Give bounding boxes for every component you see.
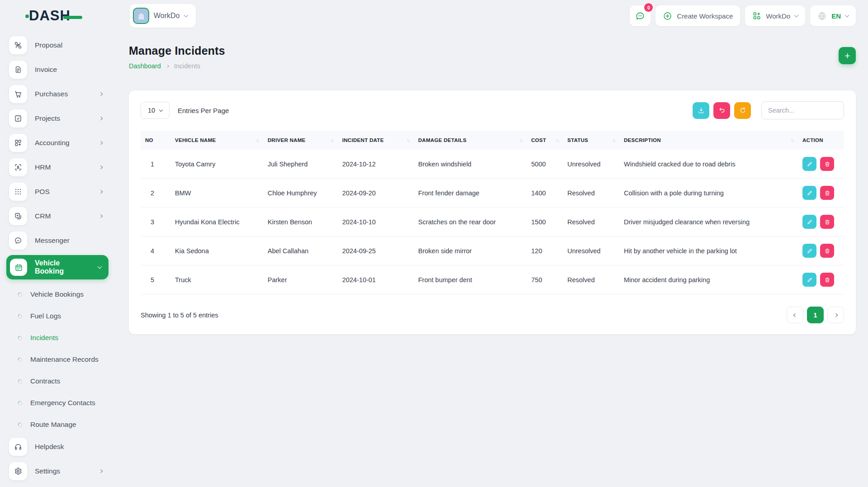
- sort-icon[interactable]: [791, 138, 793, 143]
- sort-icon[interactable]: [406, 138, 409, 143]
- previous-page-button[interactable]: [787, 307, 803, 323]
- delete-button[interactable]: [820, 157, 834, 171]
- table-body: 1 Toyota Camry Juli Shepherd 2024-10-12 …: [141, 150, 844, 294]
- cell-driver-name: Abel Callahan: [263, 236, 338, 265]
- chevron-down-icon: [184, 13, 188, 18]
- sort-icon[interactable]: [519, 138, 522, 143]
- sidebar-item-accounting[interactable]: Accounting: [6, 133, 108, 153]
- edit-button[interactable]: [802, 215, 816, 229]
- cell-incident-date: 2024-09-25: [338, 236, 414, 265]
- trash-icon: [824, 190, 830, 196]
- app-logo[interactable]: DASH: [29, 8, 82, 24]
- reset-button[interactable]: [713, 102, 730, 119]
- cell-status: Unresolved: [563, 150, 619, 179]
- bullet-icon: [17, 378, 23, 384]
- create-workspace-button[interactable]: Create Workspace: [656, 5, 740, 26]
- sort-icon[interactable]: [556, 138, 558, 143]
- workspace-dropdown[interactable]: WorkDo: [745, 5, 805, 26]
- sidebar-item-label: CRM: [35, 212, 92, 220]
- sidebar-item-crm[interactable]: CRM: [6, 206, 108, 226]
- cell-driver-name: Kirsten Benson: [263, 208, 338, 236]
- language-selector[interactable]: EN: [810, 5, 856, 26]
- column-header[interactable]: INCIDENT DATE: [338, 131, 414, 150]
- cell-no: 2: [141, 179, 170, 208]
- edit-button[interactable]: [802, 157, 816, 171]
- column-header[interactable]: COST: [527, 131, 563, 150]
- submenu-item[interactable]: Route Manage: [6, 415, 108, 434]
- cell-description: Hit by another vehicle in the parking lo…: [619, 236, 798, 265]
- column-header[interactable]: NO: [141, 131, 170, 150]
- pencil-icon: [807, 219, 813, 225]
- column-header[interactable]: VEHICLE NAME: [170, 131, 263, 150]
- bullet-icon: [17, 400, 23, 406]
- refresh-button[interactable]: [734, 102, 751, 119]
- trash-icon: [824, 219, 830, 225]
- sort-icon[interactable]: [612, 138, 615, 143]
- breadcrumb-dashboard-link[interactable]: Dashboard: [129, 62, 161, 70]
- submenu-item-label: Maintenance Records: [30, 355, 99, 364]
- submenu-item[interactable]: Maintenance Records: [6, 350, 108, 369]
- submenu-item[interactable]: Incidents: [6, 328, 108, 347]
- edit-button[interactable]: [802, 244, 816, 258]
- page-number-button[interactable]: 1: [807, 307, 824, 323]
- edit-button[interactable]: [802, 273, 816, 287]
- cell-description: Windshield cracked due to road debris: [619, 150, 798, 179]
- plus-icon: [844, 52, 851, 60]
- delete-button[interactable]: [820, 244, 834, 258]
- cell-incident-date: 2024-10-12: [338, 150, 414, 179]
- column-header[interactable]: DRIVER NAME: [263, 131, 338, 150]
- sidebar-item-projects[interactable]: Projects: [6, 109, 108, 128]
- bullet-icon: [17, 335, 23, 341]
- check-square-icon: [9, 109, 27, 128]
- sidebar-item-hrm[interactable]: HRM: [6, 157, 108, 177]
- user-focus-icon: [9, 158, 27, 176]
- submenu-item[interactable]: Emergency Contacts: [6, 393, 108, 412]
- top-bar: DASH WorkDo 0 Create Workspace: [0, 0, 868, 32]
- sidebar-item-vehicle-booking[interactable]: Vehicle Booking: [6, 255, 108, 279]
- cell-vehicle-name: Kia Sedona: [170, 236, 263, 265]
- submenu-item[interactable]: Fuel Logs: [6, 307, 108, 326]
- workspace-selector-label: WorkDo: [154, 12, 180, 20]
- cell-action: [798, 150, 844, 179]
- cell-no: 1: [141, 150, 170, 179]
- delete-button[interactable]: [820, 186, 834, 200]
- sidebar-item-helpdesk[interactable]: Helpdesk: [6, 437, 108, 457]
- add-incident-button[interactable]: [839, 47, 856, 64]
- download-icon: [698, 107, 705, 114]
- language-label: EN: [831, 12, 841, 20]
- export-button[interactable]: [693, 102, 709, 119]
- column-header[interactable]: STATUS: [563, 131, 619, 150]
- sort-icon[interactable]: [256, 138, 259, 143]
- column-header[interactable]: DESCRIPTION: [619, 131, 798, 150]
- column-header-label: INCIDENT DATE: [342, 137, 384, 143]
- main-content: Manage Incidents Dashboard Incidents 10 …: [116, 32, 868, 487]
- sidebar-item-label: Vehicle Booking: [35, 259, 90, 275]
- entries-per-page-select[interactable]: 10: [141, 102, 170, 119]
- column-header-label: DAMAGE DETAILS: [418, 137, 467, 143]
- page-title: Manage Incidents: [129, 44, 856, 57]
- sidebar-item-messenger[interactable]: Messenger: [6, 231, 108, 251]
- sidebar-item-purchases[interactable]: Purchases: [6, 84, 108, 104]
- sidebar-item-settings[interactable]: Settings: [6, 461, 108, 481]
- sidebar-item-label: Messenger: [35, 236, 104, 245]
- sidebar-item-pos[interactable]: POS: [6, 182, 108, 202]
- submenu-item[interactable]: Contracts: [6, 372, 108, 391]
- edit-button[interactable]: [802, 186, 816, 200]
- cell-status: Resolved: [563, 179, 619, 208]
- cell-incident-date: 2024-10-10: [338, 208, 414, 236]
- sidebar-item-proposal[interactable]: Proposal: [6, 35, 108, 55]
- messages-button[interactable]: 0: [630, 5, 651, 26]
- sidebar-item-invoice[interactable]: Invoice: [6, 60, 108, 80]
- search-input[interactable]: [761, 101, 844, 119]
- column-header[interactable]: DAMAGE DETAILS: [414, 131, 527, 150]
- column-header-label: ACTION: [802, 137, 823, 143]
- submenu-item[interactable]: Vehicle Bookings: [6, 285, 108, 304]
- sort-icon[interactable]: [330, 138, 333, 143]
- delete-button[interactable]: [820, 273, 834, 287]
- workspace-selector[interactable]: WorkDo: [130, 4, 196, 28]
- delete-button[interactable]: [820, 215, 834, 229]
- cell-incident-date: 2024-09-20: [338, 179, 414, 208]
- cell-no: 4: [141, 236, 170, 265]
- column-header[interactable]: ACTION: [798, 131, 844, 150]
- next-page-button[interactable]: [827, 307, 844, 323]
